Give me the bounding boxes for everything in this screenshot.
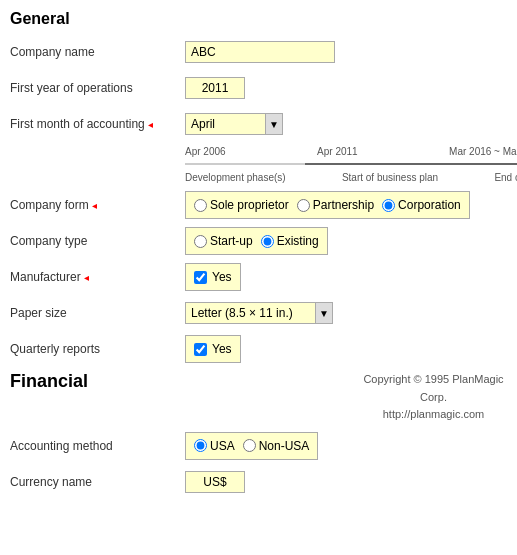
corporation-radio[interactable] <box>382 199 395 212</box>
company-form-arrow: ◂ <box>92 200 97 211</box>
usa-option[interactable]: USA <box>194 439 235 453</box>
partnership-option[interactable]: Partnership <box>297 198 374 212</box>
existing-label: Existing <box>277 234 319 248</box>
company-form-row: Company form ◂ Sole proprietor Partnersh… <box>10 191 507 219</box>
accounting-method-row: Accounting method USA Non-USA <box>10 432 507 460</box>
first-month-row: First month of accounting ◂ ▼ <box>10 110 507 138</box>
manufacturer-arrow: ◂ <box>84 272 89 283</box>
non-usa-label: Non-USA <box>259 439 310 453</box>
paper-size-label: Paper size <box>10 306 185 320</box>
timeline-desc-end: End of plan <box>494 172 517 183</box>
timeline-descriptions: Development phase(s) Start of business p… <box>185 172 517 183</box>
month-select-wrapper: ▼ <box>185 113 283 135</box>
quarterly-reports-checkbox-group: Yes <box>185 335 241 363</box>
currency-name-input[interactable] <box>185 471 245 493</box>
company-type-row: Company type Start-up Existing <box>10 227 507 255</box>
paper-size-dropdown-button[interactable]: ▼ <box>315 302 333 324</box>
partnership-radio[interactable] <box>297 199 310 212</box>
paper-size-wrapper: ▼ <box>185 302 333 324</box>
company-name-row: Company name <box>10 38 507 66</box>
timeline-labels: Apr 2006 Apr 2011 Mar 2016 ~ Mar 2021 <box>185 146 517 157</box>
first-year-input[interactable] <box>185 77 245 99</box>
corporation-option[interactable]: Corporation <box>382 198 461 212</box>
timeline-desc-dev: Development phase(s) <box>185 172 286 183</box>
manufacturer-checkbox-group: Yes <box>185 263 241 291</box>
usa-radio[interactable] <box>194 439 207 452</box>
first-month-input[interactable] <box>185 113 265 135</box>
timeline-dev-segment <box>185 163 305 165</box>
month-dropdown-button[interactable]: ▼ <box>265 113 283 135</box>
company-form-label: Company form ◂ <box>10 198 185 212</box>
existing-radio[interactable] <box>261 235 274 248</box>
company-name-label: Company name <box>10 45 185 59</box>
currency-name-row: Currency name <box>10 468 507 496</box>
sole-proprietor-option[interactable]: Sole proprietor <box>194 198 289 212</box>
timeline-bar <box>185 158 507 170</box>
first-month-arrow: ◂ <box>148 119 153 130</box>
first-year-row: First year of operations <box>10 74 507 102</box>
timeline-label-mid: Apr 2011 <box>317 146 358 157</box>
corporation-label: Corporation <box>398 198 461 212</box>
timeline-section: Apr 2006 Apr 2011 Mar 2016 ~ Mar 2021 De… <box>185 146 507 183</box>
sole-proprietor-radio[interactable] <box>194 199 207 212</box>
accounting-method-radio-group: USA Non-USA <box>185 432 318 460</box>
paper-size-input[interactable] <box>185 302 315 324</box>
financial-title-cell: Financial <box>10 371 185 392</box>
timeline-plan-segment <box>305 163 517 165</box>
existing-option[interactable]: Existing <box>261 234 319 248</box>
quarterly-reports-checkbox[interactable] <box>194 343 207 356</box>
financial-title: Financial <box>10 371 88 391</box>
non-usa-option[interactable]: Non-USA <box>243 439 310 453</box>
first-year-label: First year of operations <box>10 81 185 95</box>
timeline-desc-start: Start of business plan <box>342 172 438 183</box>
timeline-line <box>185 163 517 165</box>
general-title: General <box>10 10 507 28</box>
sole-proprietor-label: Sole proprietor <box>210 198 289 212</box>
non-usa-radio[interactable] <box>243 439 256 452</box>
manufacturer-yes-label: Yes <box>212 270 232 284</box>
currency-name-label: Currency name <box>10 475 185 489</box>
startup-label: Start-up <box>210 234 253 248</box>
manufacturer-label: Manufacturer ◂ <box>10 270 185 284</box>
startup-radio[interactable] <box>194 235 207 248</box>
financial-header-row: Financial Copyright © 1995 PlanMagic Cor… <box>10 371 507 424</box>
company-type-label: Company type <box>10 234 185 248</box>
copyright-line1: Copyright © 1995 PlanMagic Corp. <box>360 371 507 406</box>
company-name-input[interactable] <box>185 41 335 63</box>
usa-label: USA <box>210 439 235 453</box>
company-form-radio-group: Sole proprietor Partnership Corporation <box>185 191 470 219</box>
timeline-label-end: Mar 2016 ~ Mar 2021 <box>449 146 517 157</box>
timeline-label-start: Apr 2006 <box>185 146 226 157</box>
paper-size-row: Paper size ▼ <box>10 299 507 327</box>
quarterly-reports-yes-label: Yes <box>212 342 232 356</box>
manufacturer-row: Manufacturer ◂ Yes <box>10 263 507 291</box>
copyright-line2: http://planmagic.com <box>360 406 507 424</box>
manufacturer-checkbox[interactable] <box>194 271 207 284</box>
copyright-section: Copyright © 1995 PlanMagic Corp. http://… <box>360 371 507 424</box>
quarterly-reports-row: Quarterly reports Yes <box>10 335 507 363</box>
startup-option[interactable]: Start-up <box>194 234 253 248</box>
partnership-label: Partnership <box>313 198 374 212</box>
quarterly-reports-label: Quarterly reports <box>10 342 185 356</box>
company-type-radio-group: Start-up Existing <box>185 227 328 255</box>
accounting-method-label: Accounting method <box>10 439 185 453</box>
first-month-label: First month of accounting ◂ <box>10 117 185 131</box>
